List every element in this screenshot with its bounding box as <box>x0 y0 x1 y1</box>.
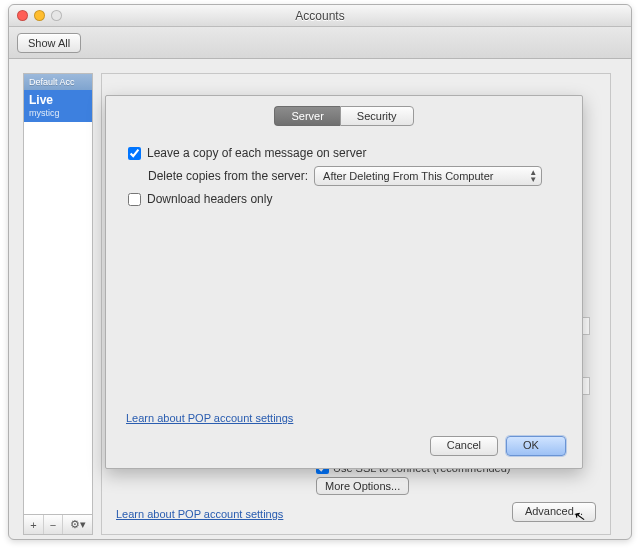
cancel-button[interactable]: Cancel <box>430 436 498 456</box>
window-title: Accounts <box>9 9 631 23</box>
sheet-tabs: Server Security <box>106 106 582 126</box>
sidebar-item-live[interactable]: Live mysticg <box>24 90 92 122</box>
headers-only-row[interactable]: Download headers only <box>128 192 560 206</box>
content-area: Default Acc Live mysticg + − ⚙▾ Personal… <box>9 59 631 539</box>
plus-icon: + <box>30 519 36 531</box>
leave-copy-label: Leave a copy of each message on server <box>147 146 366 160</box>
delete-copies-value: After Deleting From This Computer <box>323 170 493 182</box>
zoom-icon[interactable] <box>51 10 62 21</box>
delete-copies-select[interactable]: After Deleting From This Computer ▲▼ <box>314 166 542 186</box>
leave-copy-row[interactable]: Leave a copy of each message on server <box>128 146 560 160</box>
minimize-icon[interactable] <box>34 10 45 21</box>
sidebar-item-name: Live <box>24 90 92 108</box>
sheet-body: Leave a copy of each message on server D… <box>106 126 582 226</box>
window-controls <box>17 10 62 21</box>
accounts-sidebar: Default Acc Live mysticg <box>23 73 93 515</box>
gear-icon: ⚙▾ <box>70 518 86 531</box>
toolbar: Show All <box>9 27 631 59</box>
minus-icon: − <box>50 519 56 531</box>
leave-copy-checkbox[interactable] <box>128 147 141 160</box>
ok-button[interactable]: OK <box>506 436 566 456</box>
advanced-button[interactable]: Advanced... <box>512 502 596 522</box>
sidebar-item-sub: mysticg <box>24 108 92 122</box>
learn-link-bg[interactable]: Learn about POP account settings <box>116 508 283 520</box>
advanced-sheet: Server Security Leave a copy of each mes… <box>105 95 583 469</box>
accounts-window: Accounts Show All Default Acc Live mysti… <box>8 4 632 540</box>
headers-only-checkbox[interactable] <box>128 193 141 206</box>
remove-account-button[interactable]: − <box>44 515 64 534</box>
tab-server[interactable]: Server <box>274 106 339 126</box>
sidebar-gear-button[interactable]: ⚙▾ <box>64 515 92 534</box>
add-account-button[interactable]: + <box>24 515 44 534</box>
more-options-button[interactable]: More Options... <box>316 477 409 495</box>
sidebar-header: Default Acc <box>24 74 92 90</box>
titlebar: Accounts <box>9 5 631 27</box>
show-all-button[interactable]: Show All <box>17 33 81 53</box>
more-options-row: More Options... <box>316 477 596 495</box>
headers-only-label: Download headers only <box>147 192 272 206</box>
learn-link-sheet[interactable]: Learn about POP account settings <box>126 412 293 424</box>
sidebar-toolbar: + − ⚙▾ <box>23 515 93 535</box>
select-arrows-icon: ▲▼ <box>529 169 537 183</box>
delete-copies-row: Delete copies from the server: After Del… <box>148 166 560 186</box>
delete-copies-label: Delete copies from the server: <box>148 169 308 183</box>
sheet-footer: Cancel OK <box>122 436 566 456</box>
close-icon[interactable] <box>17 10 28 21</box>
tab-security[interactable]: Security <box>340 106 414 126</box>
